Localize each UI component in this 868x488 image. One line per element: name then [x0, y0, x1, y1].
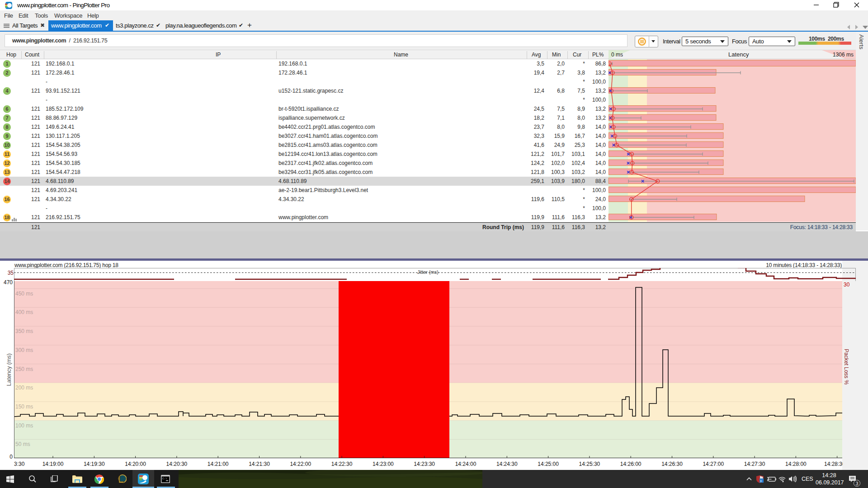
svg-text:50 ms: 50 ms	[15, 441, 30, 447]
svg-text:C:\: C:\	[162, 477, 167, 480]
svg-text:250 ms: 250 ms	[15, 366, 33, 372]
svg-text:i: i	[760, 479, 761, 483]
svg-text:450 ms: 450 ms	[15, 291, 33, 297]
svg-text:350 ms: 350 ms	[15, 328, 33, 334]
svg-text:150 ms: 150 ms	[15, 404, 33, 410]
svg-text:400 ms: 400 ms	[15, 309, 33, 315]
svg-text:100 ms: 100 ms	[15, 422, 33, 429]
svg-text:300 ms: 300 ms	[15, 347, 33, 353]
svg-text:200 ms: 200 ms	[15, 385, 33, 391]
